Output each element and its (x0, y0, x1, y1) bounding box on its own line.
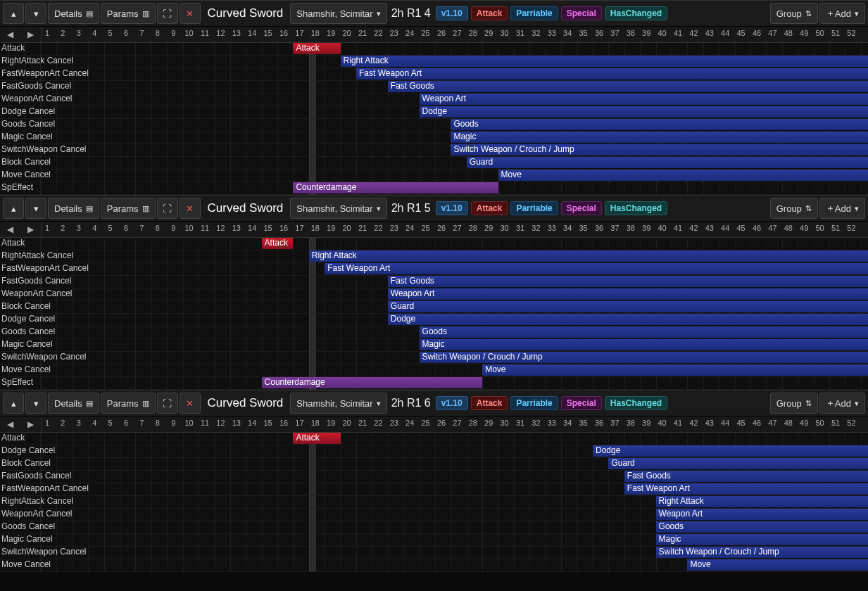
params-button[interactable]: Params▥ (101, 393, 156, 414)
fullscreen-button[interactable]: ⛶ (157, 198, 178, 219)
chevron-down-icon: ▾ (855, 399, 859, 408)
timeline-bar[interactable]: Fast Weapon Art (325, 263, 868, 274)
ruler-tick: 40 (658, 224, 666, 232)
details-button[interactable]: Details▤ (48, 393, 99, 414)
expand-up-button[interactable]: ▴ (3, 393, 24, 414)
add-button[interactable]: ＋ Add▾ (819, 3, 865, 24)
expand-down-button[interactable]: ▾ (25, 198, 46, 219)
timeline-bar[interactable]: Fast Goods (624, 471, 868, 482)
prev-frame-button[interactable]: ◀ (7, 30, 13, 39)
ruler-tick: 47 (768, 29, 776, 37)
timeline-bar[interactable]: Magic (451, 132, 868, 143)
timeline-bar[interactable]: Guard (608, 458, 868, 469)
timeline-bar[interactable]: Move (482, 364, 868, 376)
timeline-bar[interactable]: Attack (262, 238, 294, 249)
timeline-bar[interactable]: Dodge (593, 445, 868, 457)
timeline-panel: ▴ ▾ Details▤ Params▥ ⛶ ✕ Curved Sword Sh… (0, 0, 868, 195)
weapon-dropdown[interactable]: Shamshir, Scimitar▾ (290, 393, 386, 414)
timeline-bar[interactable]: Counterdamage (262, 377, 483, 388)
row-label: WeaponArt Cancel (0, 509, 74, 519)
timeline-bar[interactable]: Goods (420, 326, 868, 338)
timeline-bar[interactable]: Fast Weapon Art (356, 68, 868, 80)
timeline[interactable]: AttackAttackRightAttack CancelRight Atta… (0, 43, 868, 195)
timeline-row: FastWeaponArt CancelFast Weapon Art (0, 68, 868, 81)
timeline-bar[interactable]: Counterdamage (293, 182, 498, 193)
timeline-bar[interactable]: Right Attack (309, 250, 868, 262)
ruler-tick: 23 (390, 29, 398, 37)
add-button[interactable]: ＋ Add▾ (819, 393, 865, 414)
weapon-dropdown[interactable]: Shamshir, Scimitar▾ (290, 198, 386, 219)
ruler-tick: 6 (124, 29, 128, 37)
params-button[interactable]: Params▥ (101, 3, 156, 24)
group-label: Group (776, 8, 802, 19)
group-button[interactable]: Group⇅ (770, 393, 818, 414)
next-frame-button[interactable]: ▶ (27, 224, 34, 234)
timeline-bar[interactable]: Guard (467, 157, 868, 168)
timeline-bar[interactable]: Switch Weapon / Crouch / Jump (451, 144, 868, 155)
timeline-bar[interactable]: Move (498, 170, 868, 181)
timeline-bar[interactable]: Fast Goods (388, 81, 868, 92)
timeline-bar[interactable]: Move (687, 559, 868, 571)
timeline-bar[interactable]: Right Attack (341, 56, 868, 67)
timeline-bar[interactable]: Fast Goods (388, 276, 868, 287)
timeline[interactable]: AttackAttackRightAttack CancelRight Atta… (0, 238, 868, 390)
row-label: Goods Cancel (0, 521, 56, 531)
timeline-row: Block CancelGuard (0, 458, 868, 471)
timeline-bar[interactable]: Magic (420, 339, 868, 350)
timeline-bar[interactable]: Guard (388, 301, 868, 312)
ruler-tick: 5 (108, 29, 113, 37)
timeline-row: Magic CancelMagic (0, 132, 868, 144)
chevron-up-icon: ▴ (11, 398, 16, 409)
ruler-tick: 49 (800, 29, 808, 37)
chevron-down-icon: ▾ (377, 399, 381, 408)
fullscreen-button[interactable]: ⛶ (157, 393, 178, 414)
expand-down-button[interactable]: ▾ (25, 393, 46, 414)
timeline-bar[interactable]: Weapon Art (388, 288, 868, 300)
timeline-bar[interactable]: Weapon Art (420, 94, 868, 105)
chevron-down-icon: ▾ (377, 204, 381, 213)
timeline-bar[interactable]: Attack (293, 43, 340, 54)
add-button[interactable]: ＋ Add▾ (819, 198, 865, 219)
timeline-bar[interactable]: Right Attack (656, 496, 868, 507)
next-frame-button[interactable]: ▶ (27, 30, 34, 39)
expand-up-button[interactable]: ▴ (3, 198, 24, 219)
timeline-row: AttackAttack (0, 238, 868, 250)
expand-down-button[interactable]: ▾ (25, 3, 46, 24)
timeline-bar[interactable]: Goods (451, 119, 868, 130)
close-button[interactable]: ✕ (180, 393, 201, 414)
prev-frame-button[interactable]: ◀ (7, 224, 13, 234)
ruler-tick: 32 (532, 29, 540, 37)
timeline-bar[interactable]: Fast Weapon Art (624, 483, 868, 495)
close-button[interactable]: ✕ (180, 198, 201, 219)
row-label: Move Cancel (0, 559, 52, 569)
timeline-bar[interactable]: Dodge (420, 106, 868, 117)
group-button[interactable]: Group⇅ (770, 3, 818, 24)
expand-up-button[interactable]: ▴ (3, 3, 24, 24)
row-label: SwitchWeapon Cancel (0, 144, 88, 154)
timeline-bar[interactable]: Weapon Art (656, 509, 868, 520)
timeline-bar[interactable]: Dodge (388, 314, 868, 325)
details-button[interactable]: Details▤ (48, 198, 99, 219)
ruler-tick: 26 (437, 29, 446, 37)
fullscreen-button[interactable]: ⛶ (157, 3, 178, 24)
timeline-bar[interactable]: Switch Weapon / Crouch / Jump (656, 547, 868, 558)
ruler-tick: 22 (374, 419, 382, 427)
close-button[interactable]: ✕ (180, 3, 201, 24)
ruler-tick: 14 (248, 224, 256, 232)
ruler-tick: 37 (610, 419, 619, 427)
weapon-dropdown[interactable]: Shamshir, Scimitar▾ (290, 3, 386, 24)
timeline[interactable]: AttackAttackDodge CancelDodgeBlock Cance… (0, 433, 868, 572)
version-tag: v1.10 (436, 6, 468, 20)
timeline-bar[interactable]: Magic (656, 534, 868, 545)
group-button[interactable]: Group⇅ (770, 198, 818, 219)
params-button[interactable]: Params▥ (101, 198, 156, 219)
ruler-tick: 52 (847, 29, 855, 37)
weapon-class: Curved Sword (202, 6, 289, 20)
timeline-bar[interactable]: Attack (293, 433, 340, 444)
ruler-tick: 47 (768, 224, 776, 232)
timeline-bar[interactable]: Switch Weapon / Crouch / Jump (420, 352, 868, 363)
timeline-bar[interactable]: Goods (656, 521, 868, 533)
prev-frame-button[interactable]: ◀ (7, 419, 13, 429)
details-button[interactable]: Details▤ (48, 3, 99, 24)
next-frame-button[interactable]: ▶ (27, 419, 34, 429)
